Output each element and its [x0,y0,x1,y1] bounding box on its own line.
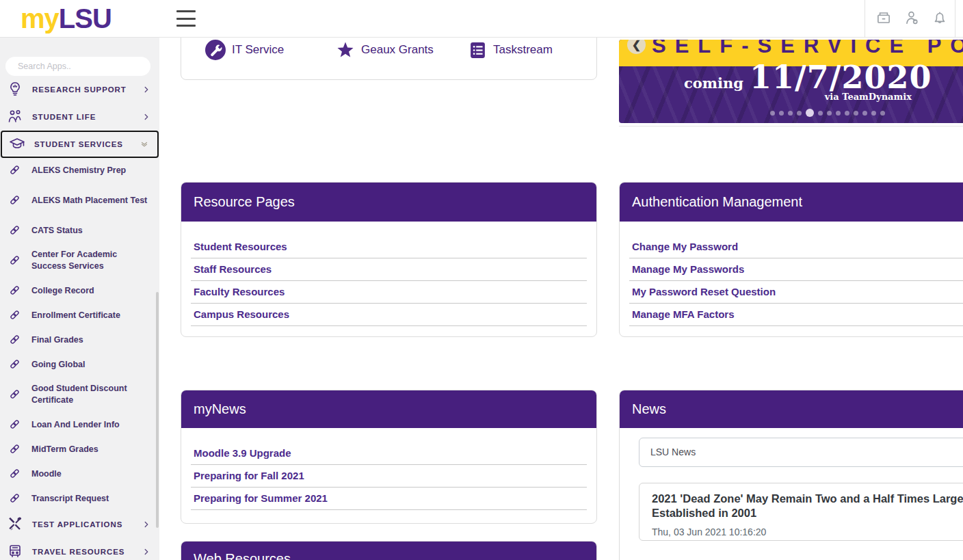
card-link-preparing-for-summer-2021[interactable]: Preparing for Summer 2021 [191,488,587,510]
banner-coming-label: coming [684,75,743,92]
sidebar-item-label: Transcript Request [31,493,109,505]
banner-coming-row: coming 11/7/2020 [684,62,932,92]
sidebar-item-label: Good Student Discount Certificate [31,383,149,406]
header-divider [865,0,865,38]
web-resources-card: Web Resources [181,541,597,560]
carousel-dot-1[interactable] [770,111,775,116]
sidebar-item-aleks-chemistry-prep[interactable]: ALEKS Chemistry Prep [0,158,159,183]
news-source-select[interactable]: LSU News [639,438,963,467]
news-item-title-line2: Established in 2001 [652,506,963,520]
sidebar-item-label: Going Global [31,359,85,371]
carousel-dot-10[interactable] [854,111,858,116]
sidebar-nav: RESEARCH SUPPORTSTUDENT LIFESTUDENT SERV… [0,76,159,560]
card-link-my-password-reset-question[interactable]: My Password Reset Question [629,281,963,304]
quick-link-label: IT Service [232,43,284,57]
link-chain-icon [8,388,22,401]
link-chain-icon [8,467,22,481]
archive-drawer-icon[interactable] [875,9,893,27]
sidebar-item-label: Enrollment Certificate [31,310,120,321]
carousel-dot-7[interactable] [827,111,832,116]
carousel-dot-12[interactable] [871,111,876,116]
news-card: News LSU News 2021 'Dead Zone' May Remai… [619,390,963,560]
carousel-dot-13[interactable] [880,111,885,116]
card-title: Resource Pages [181,183,596,222]
sidebar-category-student-life[interactable]: STUDENT LIFE [0,103,159,131]
sidebar-category-student-services[interactable]: STUDENT SERVICES [1,131,159,158]
quick-link-it-service[interactable]: IT Service [205,40,284,60]
link-chain-icon [8,333,22,347]
banner-date: 11/7/2020 [750,62,932,92]
hamburger-menu-icon[interactable] [176,10,196,27]
sidebar-item-loan-and-lender-info[interactable]: Loan And Lender Info [0,412,159,437]
carousel-dot-11[interactable] [862,111,867,116]
card-link-campus-resources[interactable]: Campus Resources [191,304,587,326]
sidebar-item-midterm-grades[interactable]: MidTerm Grades [0,437,159,462]
card-link-change-my-password[interactable]: Change My Password [629,236,963,258]
card-link-faculty-resources[interactable]: Faculty Resources [191,281,587,304]
main-content: IT ServiceGeaux GrantsTaskstream SELF-SE… [159,38,963,560]
logo-lsu: LSU [59,3,111,34]
sidebar-item-going-global[interactable]: Going Global [0,352,159,377]
grad-cap-icon [9,135,27,153]
carousel-dot-8[interactable] [836,111,841,116]
sidebar-item-moodle[interactable]: Moodle [0,462,159,486]
news-item-title-line1: 2021 'Dead Zone' May Remain Two and a Ha… [652,492,963,506]
link-chain-icon [8,308,22,322]
card-link-staff-resources[interactable]: Staff Resources [191,258,587,281]
news-item[interactable]: 2021 'Dead Zone' May Remain Two and a Ha… [639,483,963,541]
card-link-student-resources[interactable]: Student Resources [191,236,587,258]
carousel-dot-2[interactable] [779,111,784,116]
link-chain-icon [8,194,22,207]
carousel-dot-3[interactable] [788,111,793,116]
link-chain-icon [8,254,22,267]
card-link-preparing-for-fall-2021[interactable]: Preparing for Fall 2021 [191,465,587,488]
sidebar-item-label: Moodle [31,468,62,480]
notifications-bell-icon[interactable] [931,9,949,27]
sidebar-item-enrollment-certificate[interactable]: Enrollment Certificate [0,303,159,328]
link-chain-icon [8,163,22,177]
quick-link-label: Geaux Grants [361,43,434,57]
mynews-links: Moodle 3.9 UpgradePreparing for Fall 202… [191,442,587,510]
announcement-carousel: SELF-SERVICE PORTAL ❮ coming 11/7/2020 v… [619,40,963,123]
sidebar-item-college-record[interactable]: College Record [0,278,159,303]
sidebar-category-test-applications[interactable]: TEST APPLICATIONS [0,511,159,538]
logo-my: my [21,3,59,34]
mylsu-logo[interactable]: myLSU [21,3,111,34]
carousel-dot-5[interactable] [806,109,814,117]
authentication-management-card: Authentication Management Change My Pass… [619,182,963,337]
carousel-dot-4[interactable] [797,111,802,116]
sidebar-item-good-student-discount-certificate[interactable]: Good Student Discount Certificate [0,377,159,412]
carousel-dot-6[interactable] [818,111,823,116]
card-title: News [620,390,963,428]
header-divider [955,0,955,38]
sidebar-item-transcript-request[interactable]: Transcript Request [0,486,159,511]
sidebar-item-cats-status[interactable]: CATS Status [0,218,159,243]
sidebar-item-center-for-academic-success-services[interactable]: Center For Academic Success Services [0,243,159,278]
news-item-date: Thu, 03 Jun 2021 10:16:20 [652,526,963,537]
search-input[interactable] [5,57,150,76]
mynews-card: myNews Moodle 3.9 UpgradePreparing for F… [181,390,597,524]
sidebar-item-label: CATS Status [31,225,83,237]
carousel-dot-9[interactable] [845,111,849,116]
sidebar-scrollbar[interactable] [156,292,159,528]
star-icon [336,40,355,59]
sidebar-category-label: STUDENT LIFE [32,113,96,121]
card-link-manage-mfa-factors[interactable]: Manage MFA Factors [629,304,963,326]
sidebar-item-label: College Record [31,285,94,297]
sidebar-category-research-support[interactable]: RESEARCH SUPPORT [0,76,159,103]
sidebar-item-final-grades[interactable]: Final Grades [0,328,159,352]
user-account-icon[interactable] [903,9,921,27]
sidebar-item-label: Final Grades [31,334,83,346]
chevron-right-icon [142,520,151,529]
sidebar-category-travel-resources[interactable]: TRAVEL RESOURCES [0,538,159,560]
card-title: Authentication Management [620,183,963,222]
list-board-icon [469,41,487,59]
chevron-right-icon [142,112,151,122]
card-link-manage-my-passwords[interactable]: Manage My Passwords [629,258,963,281]
quick-link-taskstream[interactable]: Taskstream [469,40,553,60]
app-sidebar: RESEARCH SUPPORTSTUDENT LIFESTUDENT SERV… [0,38,159,560]
card-link-moodle-3-9-upgrade[interactable]: Moodle 3.9 Upgrade [191,442,587,465]
quick-link-geaux-grants[interactable]: Geaux Grants [336,40,434,60]
sidebar-item-aleks-math-placement-test[interactable]: ALEKS Math Placement Test [0,183,159,218]
student-life-icon [7,108,25,126]
